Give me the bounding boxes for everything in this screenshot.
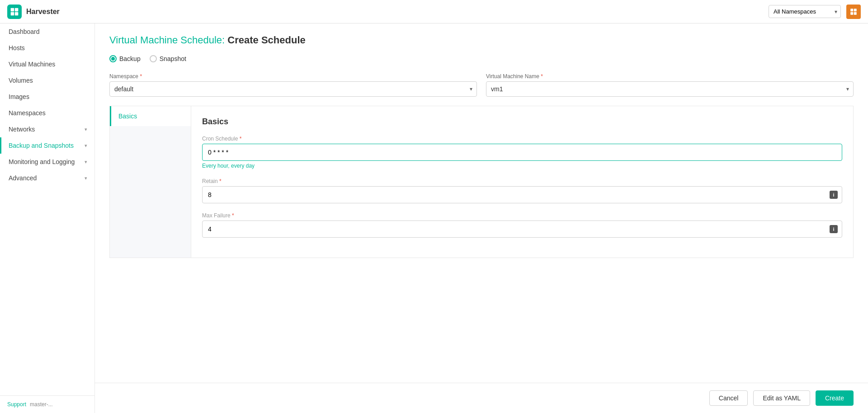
required-star: * — [140, 73, 142, 80]
header-right: All Namespaces default kube-system — [769, 5, 861, 19]
main-layout: Dashboard Hosts Virtual Machines Volumes… — [0, 23, 868, 413]
radio-snapshot[interactable]: Snapshot — [150, 55, 186, 62]
namespace-select[interactable]: All Namespaces default kube-system — [769, 5, 841, 18]
sidebar-item-dashboard[interactable]: Dashboard — [0, 23, 94, 40]
svg-rect-7 — [854, 12, 857, 14]
top-header: Harvester All Namespaces default kube-sy… — [0, 0, 868, 23]
vm-name-label: Virtual Machine Name * — [486, 73, 854, 80]
main-content: Virtual Machine Schedule: Create Schedul… — [95, 23, 868, 413]
svg-rect-1 — [15, 8, 19, 11]
svg-rect-6 — [850, 12, 853, 14]
sidebar-item-hosts[interactable]: Hosts — [0, 40, 94, 56]
sidebar-item-monitoring-and-logging[interactable]: Monitoring and Logging ▾ — [0, 154, 94, 170]
max-failure-label: Max Failure * — [202, 212, 842, 219]
sidebar-item-images[interactable]: Images — [0, 89, 94, 105]
support-link[interactable]: Support — [7, 401, 26, 408]
radio-tabs: Backup Snapshot — [109, 55, 854, 62]
max-failure-field: Max Failure * i — [202, 212, 842, 238]
chevron-down-icon: ▾ — [85, 127, 87, 132]
sidebar-item-backup-and-snapshots[interactable]: Backup and Snapshots ▾ — [0, 137, 94, 154]
version-label: master-... — [30, 401, 53, 408]
chevron-down-icon: ▾ — [85, 143, 87, 149]
notification-icon[interactable] — [846, 5, 861, 19]
cron-input[interactable] — [202, 144, 842, 161]
sidebar-footer: Support master-... — [0, 395, 94, 413]
sidebar-item-namespaces[interactable]: Namespaces — [0, 105, 94, 121]
retain-wrapper: i — [202, 186, 842, 203]
app-title: Harvester — [26, 8, 60, 16]
radio-snapshot-label: Snapshot — [160, 55, 186, 62]
logo-area: Harvester — [7, 5, 60, 19]
max-failure-input[interactable] — [202, 221, 842, 238]
radio-snapshot-circle — [150, 55, 157, 62]
vm-name-dropdown[interactable]: vm1 — [486, 81, 854, 97]
retain-field: Retain * i — [202, 178, 842, 203]
basics-sidebar-item-basics[interactable]: Basics — [110, 106, 191, 126]
max-failure-wrapper: i — [202, 221, 842, 238]
svg-rect-4 — [850, 9, 853, 11]
namespace-field: Namespace * default kube-system — [109, 73, 477, 97]
radio-backup[interactable]: Backup — [109, 55, 141, 62]
svg-rect-5 — [854, 9, 857, 11]
required-star: * — [232, 212, 234, 219]
required-star: * — [240, 136, 242, 142]
page-content: Virtual Machine Schedule: Create Schedul… — [95, 23, 868, 383]
svg-rect-2 — [11, 12, 14, 15]
sidebar-item-networks[interactable]: Networks ▾ — [0, 121, 94, 137]
app-logo — [7, 5, 22, 19]
namespace-vm-row: Namespace * default kube-system Virtual … — [109, 73, 854, 97]
page-title: Virtual Machine Schedule: Create Schedul… — [109, 34, 854, 46]
chevron-down-icon: ▾ — [85, 159, 87, 165]
basics-title: Basics — [202, 117, 842, 127]
retain-info-icon[interactable]: i — [830, 191, 838, 199]
retain-input[interactable] — [202, 186, 842, 203]
basics-layout: Basics Basics Cron Schedule * Every hour… — [109, 106, 854, 258]
vm-name-field: Virtual Machine Name * vm1 — [486, 73, 854, 97]
basics-sidebar: Basics — [109, 106, 191, 258]
cron-field: Cron Schedule * Every hour, every day — [202, 136, 842, 169]
svg-rect-0 — [11, 8, 14, 11]
namespace-dropdown[interactable]: default kube-system — [109, 81, 477, 97]
radio-backup-circle — [109, 55, 117, 62]
sidebar-item-volumes[interactable]: Volumes — [0, 72, 94, 89]
vm-name-select-wrapper: vm1 — [486, 81, 854, 97]
namespace-select-wrapper: default kube-system — [109, 81, 477, 97]
chevron-down-icon: ▾ — [85, 175, 87, 181]
cron-hint: Every hour, every day — [202, 163, 842, 169]
retain-label: Retain * — [202, 178, 842, 184]
svg-rect-3 — [15, 12, 19, 15]
namespace-label: Namespace * — [109, 73, 477, 80]
sidebar: Dashboard Hosts Virtual Machines Volumes… — [0, 23, 95, 413]
required-star: * — [541, 73, 543, 80]
page-title-subtitle: Virtual Machine Schedule: — [109, 34, 225, 46]
required-star: * — [219, 178, 222, 184]
max-failure-info-icon[interactable]: i — [830, 225, 838, 233]
create-button[interactable]: Create — [816, 390, 854, 406]
sidebar-item-virtual-machines[interactable]: Virtual Machines — [0, 56, 94, 72]
sidebar-item-advanced[interactable]: Advanced ▾ — [0, 170, 94, 186]
page-title-main: Create Schedule — [227, 34, 305, 46]
cancel-button[interactable]: Cancel — [709, 390, 748, 406]
basics-content: Basics Cron Schedule * Every hour, every… — [191, 106, 854, 258]
radio-backup-label: Backup — [119, 55, 141, 62]
cron-label: Cron Schedule * — [202, 136, 842, 142]
edit-yaml-button[interactable]: Edit as YAML — [753, 390, 810, 406]
namespace-select-wrapper[interactable]: All Namespaces default kube-system — [769, 5, 841, 18]
page-footer: Cancel Edit as YAML Create — [95, 383, 868, 413]
